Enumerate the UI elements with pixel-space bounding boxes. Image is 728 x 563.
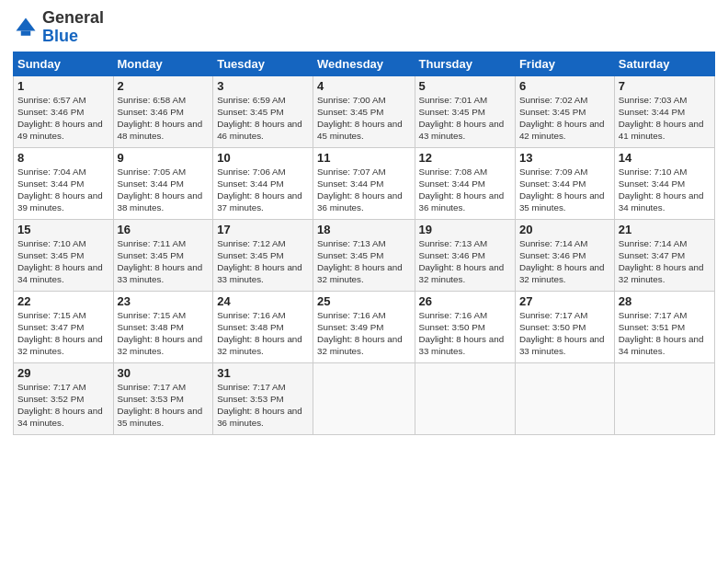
day-cell: 28 Sunrise: 7:17 AMSunset: 3:51 PMDaylig… bbox=[614, 291, 714, 362]
day-cell: 26 Sunrise: 7:16 AMSunset: 3:50 PMDaylig… bbox=[415, 291, 515, 362]
week-row-2: 8 Sunrise: 7:04 AMSunset: 3:44 PMDayligh… bbox=[14, 147, 715, 219]
day-number: 14 bbox=[619, 151, 711, 165]
day-number: 6 bbox=[519, 79, 610, 93]
column-headers: SundayMondayTuesdayWednesdayThursdayFrid… bbox=[14, 52, 715, 75]
day-cell bbox=[515, 362, 614, 434]
day-number: 22 bbox=[17, 294, 109, 308]
day-cell: 2 Sunrise: 6:58 AMSunset: 3:46 PMDayligh… bbox=[113, 75, 213, 147]
day-number: 27 bbox=[519, 294, 610, 308]
logo-icon bbox=[13, 15, 39, 40]
day-cell: 5 Sunrise: 7:01 AMSunset: 3:45 PMDayligh… bbox=[415, 75, 515, 147]
day-cell: 13 Sunrise: 7:09 AMSunset: 3:44 PMDaylig… bbox=[515, 147, 614, 219]
day-detail: Sunrise: 7:03 AMSunset: 3:44 PMDaylight:… bbox=[619, 95, 704, 142]
day-detail: Sunrise: 7:16 AMSunset: 3:50 PMDaylight:… bbox=[419, 310, 505, 357]
day-number: 16 bbox=[118, 223, 210, 236]
day-number: 8 bbox=[17, 151, 109, 165]
day-number: 23 bbox=[118, 294, 210, 308]
day-cell: 4 Sunrise: 7:00 AMSunset: 3:45 PMDayligh… bbox=[313, 75, 415, 147]
day-number: 31 bbox=[217, 366, 309, 380]
day-detail: Sunrise: 6:57 AMSunset: 3:46 PMDaylight:… bbox=[17, 95, 103, 142]
day-cell: 17 Sunrise: 7:12 AMSunset: 3:45 PMDaylig… bbox=[213, 219, 313, 291]
day-number: 19 bbox=[419, 223, 511, 236]
svg-marker-0 bbox=[17, 17, 36, 30]
day-cell: 31 Sunrise: 7:17 AMSunset: 3:53 PMDaylig… bbox=[213, 362, 313, 434]
day-detail: Sunrise: 7:01 AMSunset: 3:45 PMDaylight:… bbox=[419, 95, 505, 142]
day-number: 29 bbox=[17, 366, 109, 380]
day-cell: 23 Sunrise: 7:15 AMSunset: 3:48 PMDaylig… bbox=[113, 291, 213, 362]
day-cell: 16 Sunrise: 7:11 AMSunset: 3:45 PMDaylig… bbox=[113, 219, 213, 291]
day-detail: Sunrise: 7:10 AMSunset: 3:45 PMDaylight:… bbox=[17, 238, 103, 285]
day-number: 28 bbox=[619, 294, 711, 308]
day-number: 21 bbox=[619, 223, 711, 236]
day-detail: Sunrise: 7:00 AMSunset: 3:45 PMDaylight:… bbox=[317, 95, 403, 142]
day-cell: 27 Sunrise: 7:17 AMSunset: 3:50 PMDaylig… bbox=[515, 291, 614, 362]
day-number: 9 bbox=[118, 151, 210, 165]
day-cell: 21 Sunrise: 7:14 AMSunset: 3:47 PMDaylig… bbox=[614, 219, 714, 291]
logo: General Blue bbox=[13, 9, 104, 46]
day-detail: Sunrise: 7:04 AMSunset: 3:44 PMDaylight:… bbox=[17, 167, 103, 213]
day-cell bbox=[415, 362, 515, 434]
day-number: 13 bbox=[519, 151, 610, 165]
col-header-friday: Friday bbox=[515, 52, 614, 75]
day-cell: 20 Sunrise: 7:14 AMSunset: 3:46 PMDaylig… bbox=[515, 219, 614, 291]
col-header-thursday: Thursday bbox=[415, 52, 515, 75]
day-number: 10 bbox=[217, 151, 309, 165]
day-number: 20 bbox=[519, 223, 610, 236]
day-cell: 1 Sunrise: 6:57 AMSunset: 3:46 PMDayligh… bbox=[14, 75, 114, 147]
header: General Blue bbox=[13, 9, 715, 46]
day-cell: 19 Sunrise: 7:13 AMSunset: 3:46 PMDaylig… bbox=[415, 219, 515, 291]
day-detail: Sunrise: 7:16 AMSunset: 3:49 PMDaylight:… bbox=[317, 310, 403, 357]
day-number: 7 bbox=[619, 79, 711, 93]
day-detail: Sunrise: 6:59 AMSunset: 3:45 PMDaylight:… bbox=[217, 95, 302, 142]
page-container: General Blue SundayMondayTuesdayWednesda… bbox=[0, 0, 728, 442]
day-detail: Sunrise: 7:05 AMSunset: 3:44 PMDaylight:… bbox=[118, 167, 203, 213]
col-header-tuesday: Tuesday bbox=[213, 52, 313, 75]
day-detail: Sunrise: 7:14 AMSunset: 3:46 PMDaylight:… bbox=[519, 238, 605, 285]
col-header-saturday: Saturday bbox=[614, 52, 714, 75]
logo-blue: Blue bbox=[42, 27, 78, 45]
calendar-table: SundayMondayTuesdayWednesdayThursdayFrid… bbox=[13, 52, 715, 435]
day-number: 18 bbox=[317, 223, 410, 236]
day-number: 1 bbox=[17, 79, 109, 93]
day-cell: 15 Sunrise: 7:10 AMSunset: 3:45 PMDaylig… bbox=[14, 219, 114, 291]
day-detail: Sunrise: 7:12 AMSunset: 3:45 PMDaylight:… bbox=[217, 238, 302, 285]
day-cell: 7 Sunrise: 7:03 AMSunset: 3:44 PMDayligh… bbox=[614, 75, 714, 147]
day-cell: 30 Sunrise: 7:17 AMSunset: 3:53 PMDaylig… bbox=[113, 362, 213, 434]
day-cell bbox=[313, 362, 415, 434]
week-row-5: 29 Sunrise: 7:17 AMSunset: 3:52 PMDaylig… bbox=[14, 362, 715, 434]
day-number: 11 bbox=[317, 151, 410, 165]
week-row-3: 15 Sunrise: 7:10 AMSunset: 3:45 PMDaylig… bbox=[14, 219, 715, 291]
day-detail: Sunrise: 6:58 AMSunset: 3:46 PMDaylight:… bbox=[118, 95, 203, 142]
day-number: 30 bbox=[118, 366, 210, 380]
day-cell: 25 Sunrise: 7:16 AMSunset: 3:49 PMDaylig… bbox=[313, 291, 415, 362]
day-cell: 8 Sunrise: 7:04 AMSunset: 3:44 PMDayligh… bbox=[14, 147, 114, 219]
day-detail: Sunrise: 7:14 AMSunset: 3:47 PMDaylight:… bbox=[619, 238, 704, 285]
day-cell: 10 Sunrise: 7:06 AMSunset: 3:44 PMDaylig… bbox=[213, 147, 313, 219]
day-detail: Sunrise: 7:16 AMSunset: 3:48 PMDaylight:… bbox=[217, 310, 302, 357]
day-detail: Sunrise: 7:06 AMSunset: 3:44 PMDaylight:… bbox=[217, 167, 302, 213]
day-detail: Sunrise: 7:11 AMSunset: 3:45 PMDaylight:… bbox=[118, 238, 203, 285]
day-detail: Sunrise: 7:17 AMSunset: 3:53 PMDaylight:… bbox=[118, 382, 203, 429]
svg-rect-1 bbox=[21, 30, 31, 35]
day-number: 4 bbox=[317, 79, 410, 93]
day-cell: 22 Sunrise: 7:15 AMSunset: 3:47 PMDaylig… bbox=[14, 291, 114, 362]
day-detail: Sunrise: 7:17 AMSunset: 3:51 PMDaylight:… bbox=[619, 310, 704, 357]
day-number: 15 bbox=[17, 223, 109, 236]
day-cell bbox=[614, 362, 714, 434]
day-cell: 11 Sunrise: 7:07 AMSunset: 3:44 PMDaylig… bbox=[313, 147, 415, 219]
day-detail: Sunrise: 7:02 AMSunset: 3:45 PMDaylight:… bbox=[519, 95, 605, 142]
week-row-4: 22 Sunrise: 7:15 AMSunset: 3:47 PMDaylig… bbox=[14, 291, 715, 362]
day-cell: 12 Sunrise: 7:08 AMSunset: 3:44 PMDaylig… bbox=[415, 147, 515, 219]
logo-text: General Blue bbox=[42, 9, 104, 46]
day-cell: 14 Sunrise: 7:10 AMSunset: 3:44 PMDaylig… bbox=[614, 147, 714, 219]
day-cell: 18 Sunrise: 7:13 AMSunset: 3:45 PMDaylig… bbox=[313, 219, 415, 291]
day-detail: Sunrise: 7:13 AMSunset: 3:45 PMDaylight:… bbox=[317, 238, 403, 285]
day-detail: Sunrise: 7:17 AMSunset: 3:53 PMDaylight:… bbox=[217, 382, 302, 429]
day-detail: Sunrise: 7:17 AMSunset: 3:52 PMDaylight:… bbox=[17, 382, 103, 429]
logo-general: General bbox=[42, 8, 104, 27]
week-row-1: 1 Sunrise: 6:57 AMSunset: 3:46 PMDayligh… bbox=[14, 75, 715, 147]
day-cell: 24 Sunrise: 7:16 AMSunset: 3:48 PMDaylig… bbox=[213, 291, 313, 362]
day-detail: Sunrise: 7:08 AMSunset: 3:44 PMDaylight:… bbox=[419, 167, 505, 213]
day-detail: Sunrise: 7:07 AMSunset: 3:44 PMDaylight:… bbox=[317, 167, 403, 213]
day-cell: 6 Sunrise: 7:02 AMSunset: 3:45 PMDayligh… bbox=[515, 75, 614, 147]
